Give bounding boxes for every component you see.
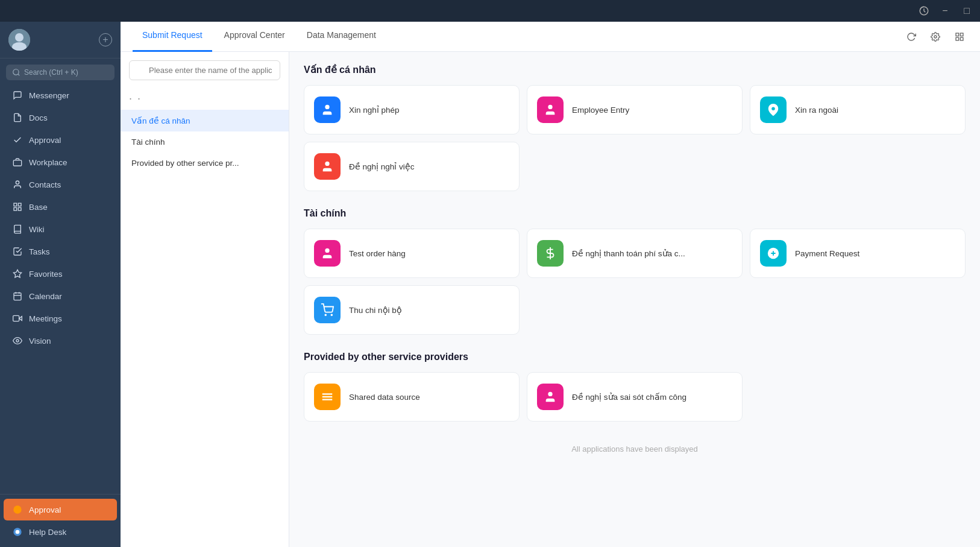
section-title-van-de-ca-nhan: Vấn đề cá nhân [304, 64, 966, 75]
sidebar-bottom: Approval Help Desk [0, 494, 121, 547]
sidebar-search-icon [12, 68, 20, 77]
sidebar-item-label: Base [29, 203, 48, 212]
svg-rect-18 [13, 315, 19, 321]
vision-icon [12, 335, 23, 346]
svg-point-42 [548, 392, 552, 396]
sidebar-item-wiki[interactable]: Wiki [4, 218, 117, 240]
category-item-tai-chinh[interactable]: Tài chính [121, 131, 289, 153]
titlebar: − □ [0, 0, 980, 22]
sidebar-item-label: Workplace [29, 158, 68, 167]
sidebar-item-approval-active[interactable]: Approval [4, 499, 117, 520]
refresh-button[interactable] [903, 28, 920, 45]
app-icon-de-nghi-nghi-viec [314, 153, 341, 180]
sidebar-item-meetings[interactable]: Meetings [4, 308, 117, 329]
sidebar-item-label: Tasks [29, 247, 50, 256]
app-card-de-nghi-sua-sai-sot[interactable]: Đề nghị sửa sai sót chấm công [527, 372, 743, 422]
app-search-input[interactable] [129, 60, 280, 80]
app-name-xin-ra-ngoai: Xin ra ngoài [795, 106, 838, 115]
search-input-wrapper [121, 60, 289, 87]
approval-active-icon [12, 504, 23, 515]
tasks-icon [12, 246, 23, 257]
category-item-van-de-ca-nhan[interactable]: Vấn đề cá nhân [121, 110, 289, 131]
sidebar-item-tasks[interactable]: Tasks [4, 241, 117, 262]
sidebar-item-approval[interactable]: Approval [4, 129, 117, 151]
app-card-de-nghi-thanh-toan[interactable]: Đề nghị thanh toán phí sửa c... [527, 229, 743, 278]
history-icon [919, 5, 929, 16]
svg-point-30 [325, 105, 329, 109]
sidebar-item-helpdesk[interactable]: Help Desk [4, 521, 117, 543]
sidebar-item-workplace[interactable]: Workplace [4, 151, 117, 173]
app-name-test-order-hang: Test order hàng [349, 249, 406, 258]
sidebar-item-calendar[interactable]: Calendar [4, 285, 117, 307]
svg-point-7 [16, 181, 19, 184]
app-shell: + Search (Ctrl + K) Messenger Docs Appro… [0, 22, 980, 547]
svg-point-37 [325, 314, 326, 315]
svg-point-19 [16, 340, 19, 342]
svg-point-20 [13, 505, 21, 513]
app-name-employee-entry: Employee Entry [572, 106, 629, 115]
svg-rect-24 [956, 33, 959, 36]
wiki-icon [12, 224, 23, 235]
app-icon-shared-data-source [314, 384, 341, 410]
maximize-button[interactable]: □ [961, 5, 973, 17]
categories-list: Vấn đề cá nhânTài chínhProvided by other… [121, 110, 289, 174]
workplace-icon [12, 157, 23, 168]
app-name-de-nghi-thanh-toan: Đề nghị thanh toán phí sửa c... [572, 248, 685, 258]
settings-button[interactable] [927, 28, 944, 45]
tab-submit[interactable]: Submit Request [133, 22, 212, 52]
app-card-payment-request[interactable]: Payment Request [750, 229, 966, 278]
svg-rect-13 [14, 293, 21, 300]
expand-button[interactable] [951, 28, 968, 45]
sidebar-item-docs[interactable]: Docs [4, 107, 117, 128]
sidebar-search[interactable]: Search (Ctrl + K) [6, 65, 115, 80]
app-name-shared-data-source: Shared data source [349, 393, 420, 402]
sidebar-item-contacts[interactable]: Contacts [4, 174, 117, 195]
app-icon-employee-entry [537, 96, 564, 123]
base-icon [12, 201, 23, 212]
svg-point-38 [331, 314, 332, 315]
minimize-button[interactable]: − [939, 5, 951, 17]
svg-point-34 [325, 248, 329, 253]
tabs-container: Submit RequestApproval CenterData Manage… [133, 22, 386, 51]
tabs-bar: Submit RequestApproval CenterData Manage… [121, 22, 980, 52]
nav-items: Messenger Docs Approval Workplace Contac… [0, 84, 121, 352]
sidebar-item-label: Calendar [29, 292, 62, 301]
app-icon-de-nghi-thanh-toan [537, 240, 564, 267]
tab-approval[interactable]: Approval Center [215, 22, 295, 52]
sidebar-item-messenger[interactable]: Messenger [4, 84, 117, 106]
sidebar-item-vision[interactable]: Vision [4, 330, 117, 352]
tab-actions [903, 28, 968, 45]
svg-point-23 [934, 36, 937, 38]
sidebar-item-label: Approval [29, 505, 61, 514]
sidebar-item-label: Favorites [29, 270, 63, 279]
app-icon-de-nghi-sua-sai-sot [537, 384, 564, 410]
sidebar-item-base[interactable]: Base [4, 196, 117, 218]
svg-rect-8 [14, 203, 17, 206]
all-displayed-text: All applications have been displayed [304, 438, 966, 466]
category-item-provided-other[interactable]: Provided by other service pr... [121, 153, 289, 174]
app-card-xin-ra-ngoai[interactable]: Xin ra ngoài [750, 85, 966, 134]
add-button[interactable]: + [99, 33, 112, 46]
category-ellipsis: · · [121, 87, 289, 110]
tab-data[interactable]: Data Management [297, 22, 386, 52]
app-card-thu-chi-noi-bo[interactable]: Thu chi nội bộ [304, 285, 520, 335]
app-card-shared-data-source[interactable]: Shared data source [304, 372, 520, 422]
app-card-test-order-hang[interactable]: Test order hàng [304, 229, 520, 278]
svg-point-33 [325, 162, 329, 166]
svg-marker-17 [19, 317, 22, 321]
sidebar: + Search (Ctrl + K) Messenger Docs Appro… [0, 22, 121, 547]
svg-rect-26 [956, 37, 959, 40]
svg-line-5 [18, 74, 20, 76]
calendar-icon [12, 291, 23, 302]
messenger-icon [12, 90, 23, 101]
app-card-de-nghi-nghi-viec[interactable]: Đề nghị nghỉ việc [304, 142, 520, 191]
section-title-provided-by-others: Provided by other service providers [304, 352, 966, 362]
app-card-xin-nghi-phep[interactable]: Xin nghỉ phép [304, 85, 520, 134]
approval-icon [12, 134, 23, 145]
app-card-employee-entry[interactable]: Employee Entry [527, 85, 743, 134]
svg-rect-11 [14, 207, 17, 210]
categories-panel: · · Vấn đề cá nhânTài chínhProvided by o… [121, 52, 289, 547]
sidebar-item-favorites[interactable]: Favorites [4, 263, 117, 285]
docs-icon [12, 112, 23, 123]
app-name-payment-request: Payment Request [795, 249, 859, 258]
